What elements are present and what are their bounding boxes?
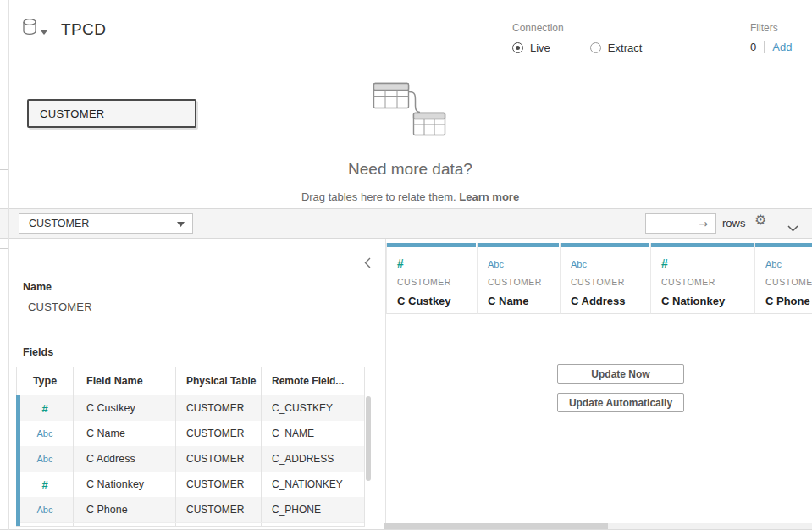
update-now-button[interactable]: Update Now bbox=[557, 364, 684, 384]
string-type-icon: Abc bbox=[571, 259, 587, 269]
strip-tick bbox=[0, 113, 8, 113]
column-table-name: CUSTOMER bbox=[661, 277, 754, 287]
table-row[interactable]: Abc C Address CUSTOMER C_ADDRESS bbox=[17, 446, 364, 472]
grid-column-header[interactable]: Abc CUSTOMER C Address bbox=[561, 243, 651, 314]
column-table-name: CUSTOMER bbox=[397, 277, 477, 287]
cell-field-name: C Custkey bbox=[74, 395, 176, 421]
database-menu-caret-icon[interactable] bbox=[41, 23, 47, 38]
grid-column-header[interactable]: # CUSTOMER C Custkey bbox=[386, 243, 478, 314]
cell-remote-field: C_ADDRESS bbox=[262, 446, 365, 472]
rows-count-box: → bbox=[645, 213, 716, 234]
string-type-icon: Abc bbox=[37, 454, 53, 464]
table-row[interactable]: Abc C Phone CUSTOMER C_PHONE bbox=[17, 497, 364, 522]
radio-extract-label: Extract bbox=[608, 41, 642, 54]
radio-extract-icon[interactable] bbox=[590, 42, 601, 53]
table-row[interactable]: # C Nationkey CUSTOMER C_NATIONKEY bbox=[17, 472, 364, 497]
filters-section: Filters 0 Add bbox=[750, 22, 792, 53]
column-field-name: C Custkey bbox=[397, 295, 477, 307]
cell-remote-field: C_CUSTKEY bbox=[262, 395, 365, 421]
col-header-physical-table[interactable]: Physical Table bbox=[176, 367, 262, 395]
col-header-field-name[interactable]: Field Name bbox=[74, 367, 176, 395]
strip-tick bbox=[0, 248, 8, 249]
page-title: TPCD bbox=[61, 20, 106, 39]
cell-physical-table: CUSTOMER bbox=[176, 497, 262, 522]
grid-column-header[interactable]: # CUSTOMER C Nationkey bbox=[651, 243, 755, 314]
dropdown-caret-icon bbox=[177, 218, 185, 229]
canvas-table-customer[interactable]: CUSTOMER bbox=[27, 99, 196, 128]
rows-go-arrow-icon[interactable]: → bbox=[699, 218, 708, 230]
column-table-name: CUSTOMER bbox=[571, 277, 650, 287]
cell-field-name: C Name bbox=[74, 421, 176, 446]
number-type-icon: # bbox=[41, 402, 47, 415]
cell-remote-field: C_PHONE bbox=[262, 497, 365, 522]
name-label: Name bbox=[23, 281, 52, 293]
chevron-down-icon[interactable] bbox=[787, 220, 798, 235]
string-type-icon: Abc bbox=[37, 428, 53, 439]
column-field-name: C Address bbox=[571, 295, 650, 307]
table-selector-dropdown[interactable]: CUSTOMER bbox=[19, 213, 193, 234]
cell-field-name: C Nationkey bbox=[74, 472, 176, 497]
empty-state-hint: Drag tables here to relate them. bbox=[301, 190, 459, 203]
database-icon[interactable] bbox=[22, 18, 37, 41]
radio-live-icon[interactable] bbox=[512, 42, 523, 53]
string-type-icon: Abc bbox=[488, 259, 504, 269]
table-selector-value: CUSTOMER bbox=[29, 218, 89, 229]
column-field-name: C Phone bbox=[765, 295, 812, 307]
canvas-bottom-divider bbox=[0, 208, 812, 209]
preview-grid-headers: # CUSTOMER C Custkey Abc CUSTOMER C Name… bbox=[386, 243, 812, 314]
rows-label: rows bbox=[722, 217, 745, 229]
cell-remote-field: C_NAME bbox=[262, 421, 365, 446]
connection-label: Connection bbox=[512, 22, 642, 34]
number-type-icon: # bbox=[397, 257, 404, 270]
rows-count-input[interactable] bbox=[649, 215, 699, 232]
collapse-panel-icon[interactable] bbox=[362, 255, 373, 273]
datasource-title-bar: TPCD bbox=[22, 18, 106, 41]
cell-physical-table: CUSTOMER bbox=[176, 421, 262, 446]
table-row[interactable]: Abc C Name CUSTOMER C_NAME bbox=[17, 421, 364, 446]
name-field[interactable]: CUSTOMER bbox=[28, 301, 92, 313]
canvas-table-label: CUSTOMER bbox=[40, 108, 105, 120]
empty-state-title: Need more data? bbox=[8, 160, 812, 179]
fields-table-accent-bar bbox=[16, 395, 20, 526]
radio-extract[interactable]: Extract bbox=[590, 41, 642, 54]
filters-count: 0 bbox=[750, 41, 756, 53]
filters-add-link[interactable]: Add bbox=[772, 41, 792, 53]
number-type-icon: # bbox=[661, 257, 668, 270]
cell-physical-table: CUSTOMER bbox=[176, 395, 262, 421]
fields-label: Fields bbox=[23, 346, 53, 358]
datagrid-toolbar: CUSTOMER → rows ⚙ bbox=[0, 209, 812, 239]
filters-label: Filters bbox=[750, 22, 792, 34]
filters-divider bbox=[764, 41, 765, 53]
grid-column-header[interactable]: Abc CUSTOMER C Name bbox=[478, 243, 561, 314]
string-type-icon: Abc bbox=[37, 505, 53, 515]
col-header-remote-field[interactable]: Remote Field... bbox=[262, 367, 365, 395]
col-header-type[interactable]: Type bbox=[17, 367, 74, 395]
left-pane-divider bbox=[8, 0, 9, 530]
cell-field-name: C Address bbox=[74, 446, 176, 472]
related-tables-icon bbox=[372, 81, 450, 141]
column-table-name: CUSTOMER bbox=[765, 277, 812, 287]
fields-table-header: Type Field Name Physical Table Remote Fi… bbox=[17, 367, 364, 395]
cell-remote-field: C_NATIONKEY bbox=[262, 472, 365, 497]
update-automatically-button[interactable]: Update Automatically bbox=[557, 393, 684, 412]
column-table-name: CUSTOMER bbox=[488, 277, 560, 287]
connection-section: Connection Live Extract bbox=[512, 22, 642, 54]
cell-field-name: C Phone bbox=[74, 497, 176, 522]
fields-table: Type Field Name Physical Table Remote Fi… bbox=[16, 367, 365, 527]
gear-icon[interactable]: ⚙ bbox=[754, 212, 766, 228]
table-row[interactable]: # C Custkey CUSTOMER C_CUSTKEY bbox=[17, 395, 364, 421]
cell-physical-table: CUSTOMER bbox=[176, 446, 262, 472]
learn-more-link[interactable]: Learn more bbox=[459, 190, 519, 203]
grid-column-header[interactable]: Abc CUSTOMER C Phone bbox=[755, 243, 812, 314]
radio-live[interactable]: Live bbox=[512, 41, 550, 54]
data-source-page: TPCD Connection Live Extract Filters 0 A… bbox=[0, 0, 812, 530]
fields-table-scrollbar[interactable] bbox=[366, 396, 371, 481]
table-row-partial bbox=[17, 522, 364, 527]
column-field-name: C Nationkey bbox=[661, 295, 754, 307]
name-field-underline bbox=[23, 317, 370, 317]
strip-tick bbox=[0, 169, 8, 170]
cell-physical-table: CUSTOMER bbox=[176, 472, 262, 497]
column-field-name: C Name bbox=[488, 295, 560, 307]
number-type-icon: # bbox=[41, 478, 47, 491]
radio-live-label: Live bbox=[530, 41, 550, 54]
